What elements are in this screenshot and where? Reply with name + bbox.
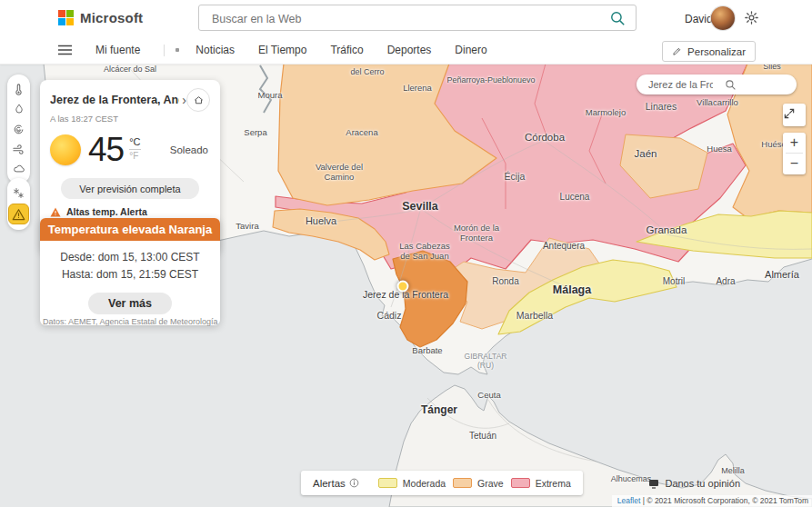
- temperature-value: 45: [88, 131, 124, 169]
- temperature-alert-card: Temperatura elevada Naranja Desde: dom 1…: [40, 218, 220, 325]
- full-forecast-button[interactable]: Ver previsión completa: [61, 178, 199, 199]
- search-icon: [725, 79, 789, 91]
- web-search-icon[interactable]: [609, 10, 627, 27]
- nav-item-tráfico[interactable]: Tráfico: [330, 44, 363, 56]
- condition-text: Soleado: [170, 144, 210, 155]
- home-location-button[interactable]: [186, 88, 210, 112]
- zoom-out-button[interactable]: −: [783, 154, 806, 174]
- feedback-button[interactable]: Danos tu opinión: [648, 478, 740, 489]
- data-source-text: Datos: AEMET, Agencia Estatal de Meteoro…: [43, 317, 218, 326]
- map-search-input[interactable]: Jerez de la Frontera, Andalucía: [637, 75, 797, 94]
- alert-triangle-icon[interactable]: [8, 204, 29, 224]
- brand-title[interactable]: Microsoft: [80, 10, 143, 25]
- personalize-label: Personalizar: [687, 46, 746, 57]
- celsius-unit[interactable]: °C: [129, 136, 140, 147]
- see-more-button[interactable]: Ver más: [88, 293, 172, 314]
- legend-swatch-extrema: [511, 478, 530, 488]
- legend-item-grave: Grave: [453, 478, 504, 489]
- thermometer-icon[interactable]: [7, 79, 30, 99]
- droplet-icon[interactable]: [7, 99, 30, 119]
- microsoft-logo-icon[interactable]: [58, 10, 74, 25]
- nav-item-dinero[interactable]: Dinero: [455, 44, 486, 56]
- rail-group-2: [7, 178, 30, 230]
- personalize-button[interactable]: Personalizar: [662, 41, 756, 62]
- rail-group-1: [7, 75, 30, 184]
- location-title[interactable]: Jerez de la Frontera, Andal...: [50, 94, 179, 106]
- nav-item-el-tiempo[interactable]: El Tiempo: [258, 44, 306, 56]
- settings-gear-icon[interactable]: [744, 10, 759, 25]
- map-expand-button[interactable]: [783, 104, 806, 126]
- legend-swatch-grave: [453, 478, 472, 488]
- location-marker[interactable]: [397, 281, 409, 293]
- radar-icon[interactable]: [7, 119, 30, 139]
- snowflake-icon[interactable]: [7, 183, 30, 203]
- cloud-icon[interactable]: [7, 159, 30, 179]
- fahrenheit-unit[interactable]: °F: [129, 149, 140, 161]
- unit-toggle[interactable]: °C °F: [129, 136, 140, 161]
- feedback-icon: [648, 479, 659, 489]
- warning-triangle-icon: [50, 207, 61, 217]
- observation-time: A las 18:27 CEST: [50, 114, 210, 124]
- nav-bullet-icon: [175, 48, 179, 52]
- feedback-label: Danos tu opinión: [665, 478, 740, 489]
- map-zoom-control[interactable]: + −: [783, 133, 806, 174]
- legend-label: Grave: [477, 478, 504, 489]
- wind-icon[interactable]: [7, 139, 30, 159]
- nav-item-mi-fuente[interactable]: Mi fuente: [95, 44, 140, 56]
- map-search-value: Jerez de la Frontera, Andalucía: [648, 79, 713, 90]
- expand-icon: [783, 107, 806, 120]
- nav-item-noticias[interactable]: Noticias: [195, 44, 235, 56]
- legend-swatch-moderada: [378, 478, 397, 488]
- top-header: Microsoft David: [0, 0, 812, 36]
- legend-item-moderada: Moderada: [378, 478, 446, 489]
- legend-title: Alertas: [313, 478, 346, 489]
- heat-alert-text[interactable]: Altas temp. Alerta: [66, 206, 147, 217]
- user-name[interactable]: David: [685, 13, 713, 25]
- map-attribution: Leaflet | © 2021 Microsoft Corporation, …: [612, 495, 812, 507]
- legend-label: Moderada: [403, 478, 446, 489]
- web-search-box[interactable]: [198, 5, 637, 31]
- nav-divider: [164, 45, 165, 56]
- info-icon[interactable]: [349, 478, 359, 488]
- leaflet-link[interactable]: Leaflet: [617, 496, 641, 505]
- alert-from: Desde: dom 15, 13:00 CEST: [47, 249, 213, 266]
- pencil-icon: [672, 46, 682, 56]
- legend-item-extrema: Extrema: [511, 478, 571, 489]
- nav-item-deportes[interactable]: Deportes: [387, 44, 432, 56]
- legend-label: Extrema: [536, 478, 571, 489]
- user-avatar[interactable]: [711, 6, 735, 30]
- alert-legend: Alertas ModeradaGraveExtrema: [301, 471, 583, 495]
- sunny-icon: [50, 134, 81, 165]
- main-nav: Mi fuenteNoticiasEl TiempoTráficoDeporte…: [0, 36, 812, 65]
- zoom-in-button[interactable]: +: [783, 133, 806, 153]
- attribution-text: | © 2021 Microsoft Corporation, © 2021 T…: [640, 496, 808, 505]
- hamburger-menu-icon[interactable]: [58, 45, 72, 55]
- web-search-input[interactable]: [210, 5, 596, 32]
- alert-title: Temperatura elevada Naranja: [40, 218, 220, 241]
- alert-to: Hasta: dom 15, 21:59 CEST: [47, 266, 213, 283]
